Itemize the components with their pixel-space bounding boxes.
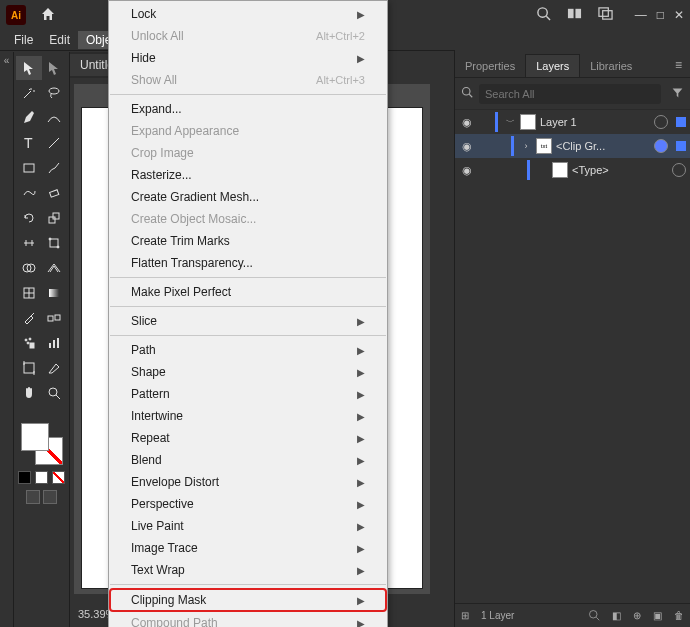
menu-clipping-mask[interactable]: Clipping Mask▶ xyxy=(109,588,387,612)
create-sublayer-icon[interactable]: ⊕ xyxy=(633,610,641,621)
menu-envelope-distort[interactable]: Envelope Distort▶ xyxy=(109,471,387,493)
filter-icon[interactable] xyxy=(671,86,684,102)
close-button[interactable]: ✕ xyxy=(674,8,684,22)
collapse-toolbar-icon[interactable]: « xyxy=(4,55,10,627)
direct-selection-tool[interactable] xyxy=(42,56,68,80)
delete-layer-icon[interactable]: 🗑 xyxy=(674,610,684,621)
layer-row[interactable]: ◉ ﹀ Layer 1 xyxy=(455,110,690,134)
menu-file[interactable]: File xyxy=(6,31,41,49)
home-icon[interactable] xyxy=(40,6,56,25)
draw-normal-icon[interactable] xyxy=(26,490,40,504)
menu-live-paint[interactable]: Live Paint▶ xyxy=(109,515,387,537)
menu-expand[interactable]: Expand... xyxy=(109,98,387,120)
blend-tool[interactable] xyxy=(42,306,68,330)
selection-tool[interactable] xyxy=(16,56,42,80)
locate-object-icon[interactable] xyxy=(588,609,600,623)
brush-tool[interactable] xyxy=(42,156,68,180)
menu-edit[interactable]: Edit xyxy=(41,31,78,49)
eyedropper-tool[interactable] xyxy=(16,306,42,330)
menu-path[interactable]: Path▶ xyxy=(109,339,387,361)
panel-menu-icon[interactable]: ≡ xyxy=(667,53,690,77)
target-icon[interactable] xyxy=(654,115,668,129)
menu-hide[interactable]: Hide▶ xyxy=(109,47,387,69)
submenu-arrow-icon: ▶ xyxy=(357,389,365,400)
layer-name[interactable]: <Type> xyxy=(572,164,668,176)
tab-libraries[interactable]: Libraries xyxy=(580,55,642,77)
layer-name[interactable]: <Clip Gr... xyxy=(556,140,650,152)
layer-row[interactable]: ◉ › txt <Clip Gr... xyxy=(455,134,690,158)
shaper-tool[interactable] xyxy=(16,181,42,205)
make-clipping-mask-icon[interactable]: ◧ xyxy=(612,610,621,621)
tab-layers[interactable]: Layers xyxy=(525,54,580,77)
fill-stroke-swatch[interactable] xyxy=(21,423,63,465)
menu-create-gradient-mesh[interactable]: Create Gradient Mesh... xyxy=(109,186,387,208)
magic-wand-tool[interactable] xyxy=(16,81,42,105)
artboard-tool[interactable] xyxy=(16,356,42,380)
layer-row[interactable]: ◉ <Type> xyxy=(455,158,690,182)
menu-text-wrap[interactable]: Text Wrap▶ xyxy=(109,559,387,581)
line-tool[interactable] xyxy=(42,131,68,155)
gradient-mode-swatch[interactable] xyxy=(35,471,48,484)
target-icon[interactable] xyxy=(672,163,686,177)
scale-tool[interactable] xyxy=(42,206,68,230)
graph-tool[interactable] xyxy=(42,331,68,355)
slice-tool[interactable] xyxy=(42,356,68,380)
width-tool[interactable] xyxy=(16,231,42,255)
menu-slice[interactable]: Slice▶ xyxy=(109,310,387,332)
menu-image-trace[interactable]: Image Trace▶ xyxy=(109,537,387,559)
rotate-tool[interactable] xyxy=(16,206,42,230)
svg-rect-3 xyxy=(575,9,581,18)
layer-thumbnail xyxy=(520,114,536,130)
menu-pattern[interactable]: Pattern▶ xyxy=(109,383,387,405)
menu-repeat[interactable]: Repeat▶ xyxy=(109,427,387,449)
zoom-tool[interactable] xyxy=(42,381,68,405)
minimize-button[interactable]: — xyxy=(635,8,647,22)
expand-icon[interactable]: › xyxy=(520,141,532,151)
menu-rasterize[interactable]: Rasterize... xyxy=(109,164,387,186)
mesh-tool[interactable] xyxy=(16,281,42,305)
svg-rect-13 xyxy=(50,239,58,247)
fill-swatch[interactable] xyxy=(21,423,49,451)
menu-shape[interactable]: Shape▶ xyxy=(109,361,387,383)
perspective-grid-tool[interactable] xyxy=(42,256,68,280)
gradient-tool[interactable] xyxy=(42,281,68,305)
menu-compound-path[interactable]: Compound Path▶ xyxy=(109,612,387,627)
free-transform-tool[interactable] xyxy=(42,231,68,255)
menu-flatten-transparency[interactable]: Flatten Transparency... xyxy=(109,252,387,274)
menu-perspective[interactable]: Perspective▶ xyxy=(109,493,387,515)
lasso-tool[interactable] xyxy=(42,81,68,105)
hand-tool[interactable] xyxy=(16,381,42,405)
symbol-sprayer-tool[interactable] xyxy=(16,331,42,355)
none-mode-swatch[interactable] xyxy=(52,471,65,484)
draw-behind-icon[interactable] xyxy=(43,490,57,504)
menu-make-pixel-perfect[interactable]: Make Pixel Perfect xyxy=(109,281,387,303)
search-icon[interactable] xyxy=(536,6,551,24)
visibility-icon[interactable]: ◉ xyxy=(459,164,475,177)
svg-point-34 xyxy=(49,388,57,396)
layer-name[interactable]: Layer 1 xyxy=(540,116,650,128)
menu-lock[interactable]: Lock▶ xyxy=(109,3,387,25)
color-mode-swatch[interactable] xyxy=(18,471,31,484)
paste-remembers-icon[interactable]: ⊞ xyxy=(461,610,469,621)
target-icon[interactable] xyxy=(654,139,668,153)
arrange-icon[interactable] xyxy=(567,6,582,24)
rectangle-tool[interactable] xyxy=(16,156,42,180)
menu-blend[interactable]: Blend▶ xyxy=(109,449,387,471)
menu-intertwine[interactable]: Intertwine▶ xyxy=(109,405,387,427)
eraser-tool[interactable] xyxy=(42,181,68,205)
curvature-tool[interactable] xyxy=(42,106,68,130)
layers-search-input[interactable] xyxy=(479,84,661,104)
shape-builder-tool[interactable] xyxy=(16,256,42,280)
new-layer-icon[interactable]: ▣ xyxy=(653,610,662,621)
tab-properties[interactable]: Properties xyxy=(455,55,525,77)
visibility-icon[interactable]: ◉ xyxy=(459,116,475,129)
panel-tabs: Properties Layers Libraries ≡ xyxy=(455,50,690,78)
expand-icon[interactable]: ﹀ xyxy=(504,116,516,129)
visibility-icon[interactable]: ◉ xyxy=(459,140,475,153)
type-tool[interactable]: T xyxy=(16,131,42,155)
maximize-button[interactable]: □ xyxy=(657,8,664,22)
pen-tool[interactable] xyxy=(16,106,42,130)
arrange2-icon[interactable] xyxy=(598,6,613,24)
svg-rect-11 xyxy=(49,217,55,223)
menu-create-trim-marks[interactable]: Create Trim Marks xyxy=(109,230,387,252)
